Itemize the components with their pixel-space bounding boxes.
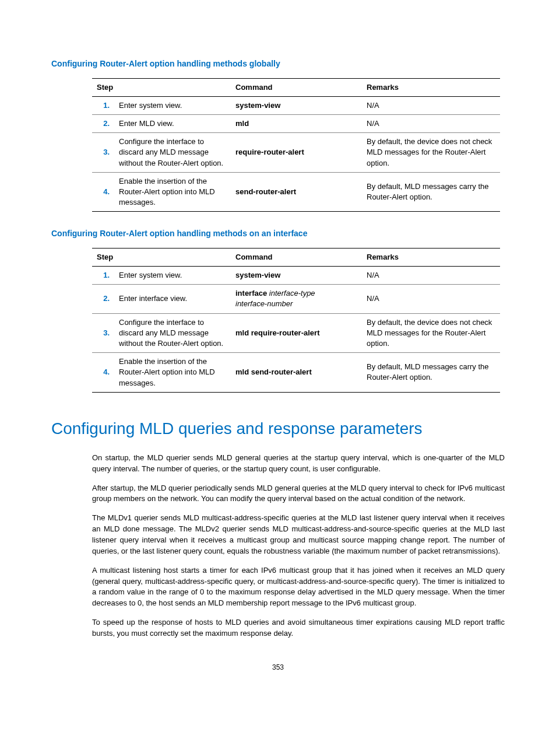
step-number: 4. bbox=[92, 353, 114, 393]
step-command: system-view bbox=[231, 267, 362, 285]
th-remarks: Remarks bbox=[362, 248, 500, 266]
table-globally: Step Command Remarks 1. Enter system vie… bbox=[92, 78, 500, 212]
body-paragraph: On startup, the MLD querier sends MLD ge… bbox=[92, 453, 505, 475]
step-remarks: N/A bbox=[362, 267, 500, 285]
body-paragraph: A multicast listening host starts a time… bbox=[92, 565, 505, 609]
step-command: interface interface-typeinterface-number bbox=[231, 285, 362, 313]
table-row: 2. Enter interface view. interface inter… bbox=[92, 285, 500, 313]
body-paragraph: The MLDv1 querier sends MLD multicast-ad… bbox=[92, 513, 505, 556]
table-row: 3. Configure the interface to discard an… bbox=[92, 133, 500, 173]
document-page: Configuring Router-Alert option handling… bbox=[0, 0, 556, 696]
step-remarks: By default, MLD messages carry the Route… bbox=[362, 353, 500, 393]
th-command: Command bbox=[231, 248, 362, 266]
step-remarks: N/A bbox=[362, 114, 500, 132]
main-heading: Configuring MLD queries and response par… bbox=[51, 417, 505, 440]
step-remarks: N/A bbox=[362, 285, 500, 313]
step-desc: Enter MLD view. bbox=[114, 114, 231, 132]
step-number: 2. bbox=[92, 114, 114, 132]
step-desc: Enable the insertion of the Router-Alert… bbox=[114, 172, 231, 212]
section-heading-interface: Configuring Router-Alert option handling… bbox=[51, 228, 505, 240]
step-number: 1. bbox=[92, 96, 114, 114]
step-number: 3. bbox=[92, 313, 114, 353]
th-step: Step bbox=[92, 78, 231, 96]
table-row: 3. Configure the interface to discard an… bbox=[92, 313, 500, 353]
table-row: 2. Enter MLD view. mld N/A bbox=[92, 114, 500, 132]
step-command: require-router-alert bbox=[231, 133, 362, 173]
table-interface: Step Command Remarks 1. Enter system vie… bbox=[92, 248, 500, 393]
th-step: Step bbox=[92, 248, 231, 266]
step-desc: Configure the interface to discard any M… bbox=[114, 133, 231, 173]
step-desc: Enter system view. bbox=[114, 96, 231, 114]
step-number: 2. bbox=[92, 285, 114, 313]
step-desc: Enter system view. bbox=[114, 267, 231, 285]
table-row: 4. Enable the insertion of the Router-Al… bbox=[92, 172, 500, 212]
table-header-row: Step Command Remarks bbox=[92, 78, 500, 96]
th-remarks: Remarks bbox=[362, 78, 500, 96]
table-row: 4. Enable the insertion of the Router-Al… bbox=[92, 353, 500, 393]
step-command: system-view bbox=[231, 96, 362, 114]
step-number: 1. bbox=[92, 267, 114, 285]
step-number: 3. bbox=[92, 133, 114, 173]
step-desc: Enable the insertion of the Router-Alert… bbox=[114, 353, 231, 393]
table-row: 1. Enter system view. system-view N/A bbox=[92, 96, 500, 114]
step-command: mld bbox=[231, 114, 362, 132]
step-remarks: By default, the device does not check ML… bbox=[362, 313, 500, 353]
body-paragraph: To speed up the response of hosts to MLD… bbox=[92, 617, 505, 639]
table-row: 1. Enter system view. system-view N/A bbox=[92, 267, 500, 285]
page-number: 353 bbox=[51, 663, 505, 673]
step-remarks: N/A bbox=[362, 96, 500, 114]
step-remarks: By default, MLD messages carry the Route… bbox=[362, 172, 500, 212]
step-remarks: By default, the device does not check ML… bbox=[362, 133, 500, 173]
step-desc: Configure the interface to discard any M… bbox=[114, 313, 231, 353]
body-paragraph: After startup, the MLD querier periodica… bbox=[92, 483, 505, 505]
step-command: mld require-router-alert bbox=[231, 313, 362, 353]
section-heading-globally: Configuring Router-Alert option handling… bbox=[51, 58, 505, 70]
step-command: send-router-alert bbox=[231, 172, 362, 212]
step-desc: Enter interface view. bbox=[114, 285, 231, 313]
th-command: Command bbox=[231, 78, 362, 96]
step-command: mld send-router-alert bbox=[231, 353, 362, 393]
table-header-row: Step Command Remarks bbox=[92, 248, 500, 266]
step-number: 4. bbox=[92, 172, 114, 212]
